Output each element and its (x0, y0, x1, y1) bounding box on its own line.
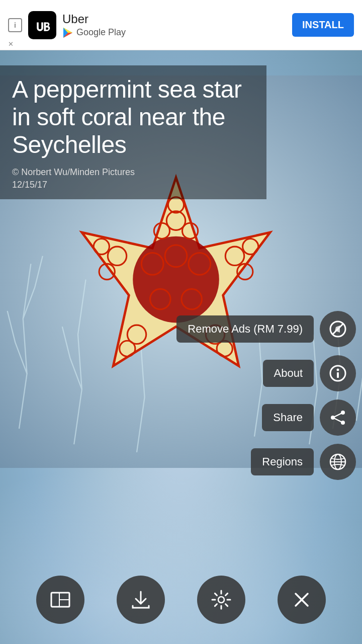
ad-banner: i ✕ Uber Google Play INSTALL (0, 0, 362, 50)
svg-point-7 (133, 236, 219, 323)
settings-button[interactable] (197, 576, 245, 624)
svg-point-44 (218, 597, 224, 603)
about-button[interactable] (320, 355, 356, 391)
download-button[interactable] (117, 576, 165, 624)
ad-text-block: Uber Google Play (62, 12, 292, 38)
download-icon (130, 589, 152, 611)
close-toolbar-button[interactable] (278, 576, 326, 624)
no-ads-icon (329, 320, 347, 338)
image-credit: © Norbert Wu/Minden Pictures (12, 167, 254, 178)
about-row: About (176, 355, 362, 391)
svg-line-36 (333, 418, 343, 423)
ad-uber-logo (28, 11, 56, 39)
gallery-icon (49, 589, 71, 611)
title-overlay: A peppermint sea star in soft coral near… (0, 65, 266, 199)
svg-point-30 (337, 369, 339, 371)
background-image: A peppermint sea star in soft coral near… (0, 50, 362, 644)
remove-ads-button[interactable] (320, 311, 356, 347)
share-row: Share (176, 399, 362, 436)
image-date: 12/15/17 (12, 180, 254, 190)
settings-icon (210, 589, 232, 611)
regions-button[interactable] (320, 444, 356, 480)
share-button[interactable] (320, 399, 356, 436)
bottom-toolbar (0, 576, 362, 624)
about-label: About (263, 360, 314, 387)
ad-google-play-text: Google Play (76, 27, 126, 38)
svg-line-35 (333, 413, 343, 418)
share-icon (329, 409, 347, 427)
close-icon (291, 589, 313, 611)
ad-info-icon: i (8, 18, 22, 32)
svg-rect-31 (337, 372, 339, 378)
info-icon (329, 364, 347, 382)
ad-close-icon[interactable]: ✕ (8, 40, 14, 48)
image-title: A peppermint sea star in soft coral near… (12, 75, 254, 159)
google-play-icon (62, 27, 73, 38)
gallery-button[interactable] (36, 576, 84, 624)
ad-app-name: Uber (62, 12, 292, 26)
ad-google-play-row: Google Play (62, 27, 292, 38)
ad-install-button[interactable]: INSTALL (292, 13, 354, 37)
share-label: Share (262, 404, 314, 431)
main-image-area: A peppermint sea star in soft coral near… (0, 50, 362, 644)
regions-row: Regions (176, 444, 362, 480)
svg-rect-42 (59, 593, 69, 600)
svg-rect-41 (51, 593, 59, 607)
action-buttons: Remove Ads (RM 7.99) About (176, 311, 362, 488)
globe-icon (329, 453, 347, 471)
svg-rect-43 (59, 600, 69, 607)
regions-label: Regions (251, 448, 314, 475)
remove-ads-label: Remove Ads (RM 7.99) (176, 315, 314, 343)
remove-ads-row: Remove Ads (RM 7.99) (176, 311, 362, 347)
